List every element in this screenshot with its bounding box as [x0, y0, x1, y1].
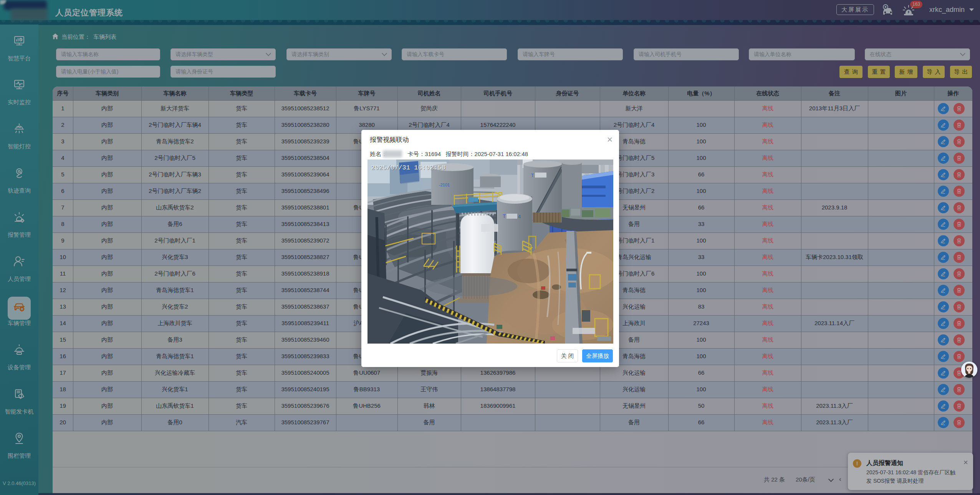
svg-text:4: 4: [518, 214, 521, 219]
svg-text:T: T: [503, 213, 506, 219]
svg-text:2025/07/31 16:02:58: 2025/07/31 16:02:58: [371, 164, 445, 171]
svg-text:-2101: -2101: [439, 183, 450, 187]
svg-text:T: T: [531, 173, 534, 178]
